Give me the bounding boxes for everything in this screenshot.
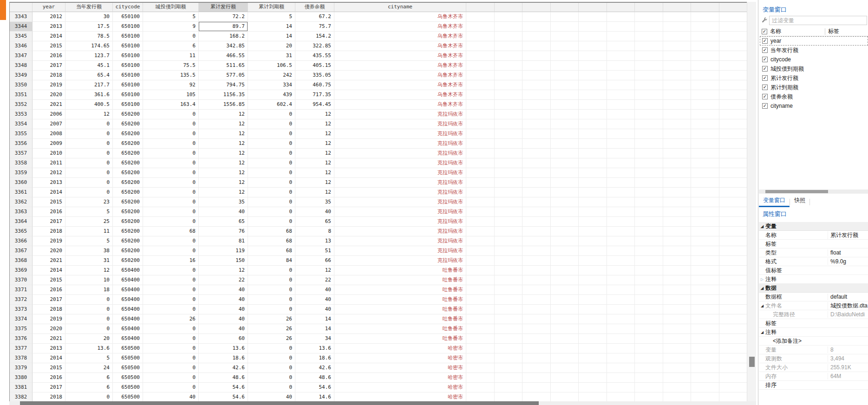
cell[interactable]: 2017	[33, 383, 65, 392]
row-header[interactable]: 3378	[10, 353, 33, 363]
variable-item-债券余额[interactable]: ✓债券余额	[760, 92, 868, 101]
cell[interactable]: 650400	[113, 305, 143, 314]
cell[interactable]: 0	[248, 207, 295, 217]
row-header[interactable]: 3356	[10, 139, 33, 149]
cell[interactable]: 克拉玛依市	[334, 217, 466, 227]
cell[interactable]: 242	[248, 71, 295, 80]
cell[interactable]: 吐鲁番市	[334, 266, 466, 275]
cell[interactable]: 2019	[33, 314, 65, 324]
cell[interactable]: 乌鲁木齐市	[334, 12, 466, 22]
cell[interactable]: 0	[65, 305, 113, 314]
cell[interactable]: 119	[199, 246, 248, 256]
cell[interactable]: 17.5	[65, 22, 113, 32]
cell[interactable]: 0	[143, 285, 199, 295]
cell[interactable]: 12	[295, 178, 334, 188]
cell[interactable]: 35	[199, 197, 248, 207]
cell[interactable]: 650400	[113, 275, 143, 285]
cell[interactable]: 0	[65, 119, 113, 129]
cell[interactable]: 12	[199, 266, 248, 275]
column-header-citycode[interactable]: citycode	[113, 3, 143, 12]
variable-item-城投债到期额[interactable]: ✓城投债到期额	[760, 64, 868, 73]
cell[interactable]: 717.35	[295, 90, 334, 100]
cell[interactable]: 40	[295, 207, 334, 217]
cell[interactable]: 51	[295, 246, 334, 256]
cell[interactable]: 5	[65, 207, 113, 217]
variable-checkbox[interactable]: ✓	[762, 103, 768, 109]
cell[interactable]: 克拉玛依市	[334, 188, 466, 197]
cell[interactable]: 602.4	[248, 100, 295, 110]
cell[interactable]: 2015	[33, 363, 65, 373]
variables-hscrollbar-thumb[interactable]	[765, 190, 828, 193]
cell[interactable]: 5	[248, 12, 295, 22]
cell[interactable]: 650500	[113, 383, 143, 392]
cell[interactable]: 克拉玛依市	[334, 158, 466, 168]
cell[interactable]: 2016	[33, 373, 65, 383]
cell[interactable]: 650400	[113, 295, 143, 305]
cell[interactable]: 92	[143, 80, 199, 90]
cell[interactable]: 0	[248, 344, 295, 353]
cell[interactable]: 34	[295, 334, 334, 344]
row-header[interactable]: 3376	[10, 334, 33, 344]
cell[interactable]: 954.45	[295, 100, 334, 110]
property-row[interactable]: 标签	[759, 319, 868, 328]
cell[interactable]: 2016	[33, 207, 65, 217]
cell[interactable]: 12	[295, 110, 334, 119]
cell[interactable]: 650100	[113, 100, 143, 110]
cell[interactable]: 12	[295, 139, 334, 149]
cell[interactable]: 6	[65, 373, 113, 383]
cell[interactable]: 40	[199, 305, 248, 314]
cell[interactable]: 2021	[33, 334, 65, 344]
cell[interactable]: 466.55	[199, 51, 248, 61]
cell[interactable]: 650200	[113, 129, 143, 139]
cell[interactable]: 6	[143, 41, 199, 51]
cell[interactable]: 650500	[113, 373, 143, 383]
cell[interactable]: 0	[143, 363, 199, 373]
row-header[interactable]: 3380	[10, 373, 33, 383]
cell[interactable]: 0	[143, 158, 199, 168]
variable-item-year[interactable]: ✓year	[760, 36, 868, 46]
row-header[interactable]: 3377	[10, 344, 33, 353]
property-value[interactable]: default	[828, 294, 868, 300]
cell[interactable]: 650200	[113, 256, 143, 266]
cell[interactable]: 511.65	[199, 61, 248, 71]
cell[interactable]: 哈密市	[334, 392, 466, 402]
cell[interactable]: 2010	[33, 149, 65, 158]
cell[interactable]: 乌鲁木齐市	[334, 41, 466, 51]
cell[interactable]: 0	[143, 236, 199, 246]
cell[interactable]: 0	[65, 324, 113, 334]
cell[interactable]: 2007	[33, 119, 65, 129]
row-header[interactable]: 3352	[10, 100, 33, 110]
cell[interactable]: 吐鲁番市	[334, 324, 466, 334]
cell[interactable]: 0	[248, 178, 295, 188]
cell[interactable]: 18.6	[295, 353, 334, 363]
cell[interactable]: 2013	[33, 22, 65, 32]
column-header-累计到期额[interactable]: 累计到期额	[248, 3, 295, 12]
cell[interactable]: 40	[199, 314, 248, 324]
variables-name-column-header[interactable]: 名称	[770, 27, 825, 35]
collapsed-triangle-icon[interactable]: ▷	[759, 277, 765, 281]
cell[interactable]: 0	[143, 32, 199, 41]
cell[interactable]: 2014	[33, 188, 65, 197]
row-header[interactable]: 3358	[10, 158, 33, 168]
cell[interactable]: 65	[199, 217, 248, 227]
cell[interactable]: 2006	[33, 110, 65, 119]
cell[interactable]: 9	[143, 22, 199, 32]
cell[interactable]: 24	[65, 363, 113, 373]
column-header-累计发行额[interactable]: 累计发行额	[199, 3, 248, 12]
cell[interactable]: 0	[248, 373, 295, 383]
variables-label-column-header[interactable]: 标签	[828, 27, 839, 35]
cell[interactable]: 22	[199, 275, 248, 285]
property-row[interactable]: ◢注释	[759, 328, 868, 337]
cell[interactable]: 13.6	[65, 344, 113, 353]
cell[interactable]: 0	[143, 266, 199, 275]
cell[interactable]: 0	[65, 168, 113, 178]
expanded-triangle-icon[interactable]: ◢	[759, 286, 765, 290]
cell[interactable]: 克拉玛依市	[334, 207, 466, 217]
cell[interactable]: 68	[248, 227, 295, 236]
cell[interactable]: 650200	[113, 197, 143, 207]
cell[interactable]: 11	[65, 227, 113, 236]
cell[interactable]: 67.2	[295, 12, 334, 22]
cell[interactable]: 2013	[33, 178, 65, 188]
corner-header-cell[interactable]	[10, 3, 33, 12]
cell[interactable]: 106.5	[248, 61, 295, 71]
